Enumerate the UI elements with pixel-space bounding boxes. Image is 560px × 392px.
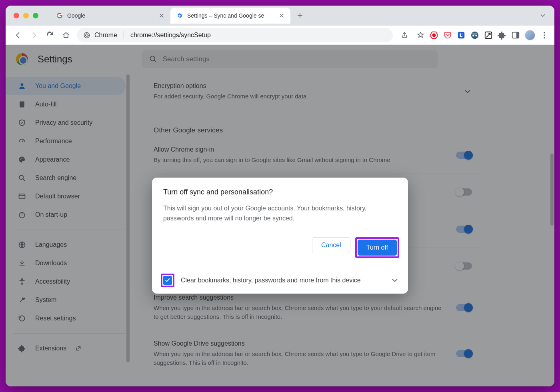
svg-point-8: [472, 34, 474, 36]
ext-icognito-icon[interactable]: [470, 31, 479, 40]
extensions-puzzle-icon[interactable]: [498, 31, 506, 40]
omnibox-divider: [124, 31, 124, 39]
svg-rect-13: [516, 32, 519, 38]
reload-button[interactable]: [43, 28, 57, 42]
browser-window: Google Settings – Sync and Google se: [6, 6, 554, 386]
bookmark-button[interactable]: [414, 28, 427, 42]
svg-rect-6: [461, 33, 463, 36]
tab-settings[interactable]: Settings – Sync and Google se: [170, 8, 290, 24]
tab-strip: Google Settings – Sync and Google se: [6, 6, 554, 26]
clear-data-checkbox[interactable]: [163, 276, 172, 285]
svg-point-2: [86, 34, 88, 36]
back-button[interactable]: [11, 28, 25, 42]
ext-pocket-icon[interactable]: [443, 31, 452, 40]
turn-off-highlight: Turn off: [355, 237, 399, 258]
omnibox-url: chrome://settings/syncSetup: [130, 32, 211, 39]
google-favicon-icon: [56, 12, 63, 19]
share-button[interactable]: [398, 28, 411, 42]
window-traffic-lights: [14, 13, 38, 18]
cancel-button[interactable]: Cancel: [312, 237, 350, 253]
checkbox-highlight: [161, 274, 174, 287]
tab-google[interactable]: Google: [50, 8, 170, 24]
new-tab-button[interactable]: [294, 9, 306, 22]
forward-button[interactable]: [27, 28, 41, 42]
tab-title: Settings – Sync and Google se: [187, 12, 274, 19]
ext-adblock-icon[interactable]: [430, 31, 438, 40]
settings-favicon-icon: [176, 12, 183, 19]
home-button[interactable]: [59, 28, 73, 42]
svg-point-14: [544, 32, 545, 33]
ext-box-icon[interactable]: [484, 31, 493, 40]
side-panel-icon[interactable]: [511, 31, 520, 40]
close-icon[interactable]: [278, 12, 285, 19]
omnibox-scheme: Chrome: [94, 32, 117, 39]
tab-title: Google: [67, 12, 154, 19]
svg-point-4: [432, 33, 436, 37]
svg-point-16: [544, 37, 545, 38]
checkbox-label: Clear bookmarks, history, passwords and …: [181, 277, 384, 284]
svg-point-15: [544, 34, 545, 36]
ext-bitwarden-icon[interactable]: [457, 31, 466, 40]
window-zoom-button[interactable]: [33, 13, 38, 18]
browser-toolbar: Chrome chrome://settings/syncSetup: [6, 26, 554, 45]
turn-off-button[interactable]: Turn off: [358, 240, 397, 256]
tab-overflow-button[interactable]: [539, 12, 546, 19]
kebab-menu-icon[interactable]: [540, 31, 549, 40]
profile-avatar[interactable]: [525, 30, 535, 40]
turn-off-sync-dialog: Turn off sync and personalisation? This …: [152, 178, 408, 294]
extensions-area: [430, 30, 549, 40]
dialog-body: This will sign you out of your Google ac…: [163, 204, 397, 224]
turn-off-label: Turn off: [366, 244, 388, 251]
window-minimize-button[interactable]: [23, 13, 29, 18]
svg-point-7: [471, 31, 478, 38]
window-close-button[interactable]: [14, 13, 19, 18]
chrome-page-icon: [83, 32, 90, 39]
dialog-title: Turn off sync and personalisation?: [163, 188, 397, 196]
svg-rect-10: [472, 33, 478, 34]
svg-point-9: [475, 34, 477, 36]
close-icon[interactable]: [158, 12, 165, 19]
cancel-label: Cancel: [321, 242, 341, 249]
check-icon: [164, 277, 171, 284]
chevron-down-icon[interactable]: [390, 276, 399, 285]
omnibox[interactable]: Chrome chrome://settings/syncSetup: [77, 28, 393, 42]
